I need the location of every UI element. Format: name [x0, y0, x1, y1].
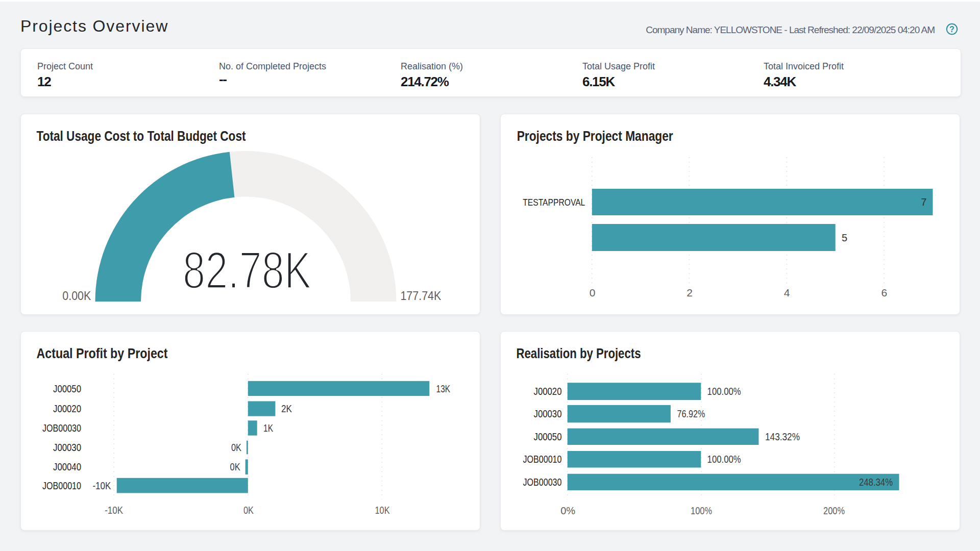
svg-text:100.00%: 100.00% [707, 386, 741, 397]
svg-text:2K: 2K [281, 403, 292, 414]
svg-text:0K: 0K [231, 442, 242, 453]
svg-text:JOB00030: JOB00030 [523, 477, 562, 488]
svg-text:2: 2 [687, 287, 693, 298]
svg-text:J00040: J00040 [53, 461, 81, 472]
svg-text:248.34%: 248.34% [859, 477, 893, 488]
svg-text:J00030: J00030 [534, 408, 562, 419]
svg-text:0K: 0K [243, 505, 254, 516]
svg-text:J00030: J00030 [53, 442, 81, 453]
svg-text:-10K: -10K [105, 505, 124, 516]
svg-text:4: 4 [784, 287, 790, 298]
svg-text:0%: 0% [560, 505, 575, 516]
svg-text:TESTAPPROVAL: TESTAPPROVAL [523, 197, 585, 208]
svg-text:200%: 200% [823, 505, 845, 516]
svg-text:J00050: J00050 [53, 383, 81, 394]
svg-text:76.92%: 76.92% [677, 408, 705, 419]
svg-text:JOB00010: JOB00010 [42, 480, 81, 491]
svg-text:?: ? [949, 25, 954, 34]
svg-text:100.00%: 100.00% [707, 454, 741, 465]
svg-text:0.00K: 0.00K [62, 289, 91, 303]
svg-text:0K: 0K [230, 461, 241, 472]
svg-text:-10K: -10K [92, 480, 111, 491]
svg-text:177.74K: 177.74K [400, 289, 441, 303]
svg-text:82.78K: 82.78K [183, 241, 311, 299]
svg-text:0: 0 [590, 287, 596, 298]
svg-text:7: 7 [921, 196, 926, 208]
svg-text:J00020: J00020 [534, 386, 562, 397]
svg-text:10K: 10K [375, 505, 390, 516]
svg-text:Projects by Project Manager: Projects by Project Manager [517, 128, 673, 144]
svg-text:J00020: J00020 [53, 403, 81, 414]
svg-text:143.32%: 143.32% [765, 431, 800, 442]
svg-text:5: 5 [842, 232, 847, 243]
svg-text:100%: 100% [691, 505, 712, 516]
svg-text:1K: 1K [263, 422, 274, 434]
svg-text:Realisation by Projects: Realisation by Projects [517, 345, 641, 361]
svg-text:JOB00030: JOB00030 [42, 422, 81, 434]
svg-text:13K: 13K [436, 383, 451, 394]
svg-text:Actual Profit by Project: Actual Profit by Project [37, 345, 168, 361]
svg-text:6: 6 [881, 287, 888, 298]
svg-text:Total Usage Cost to Total Budg: Total Usage Cost to Total Budget Cost [37, 128, 246, 144]
svg-text:J00050: J00050 [534, 431, 562, 442]
svg-text:JOB00010: JOB00010 [523, 454, 562, 465]
